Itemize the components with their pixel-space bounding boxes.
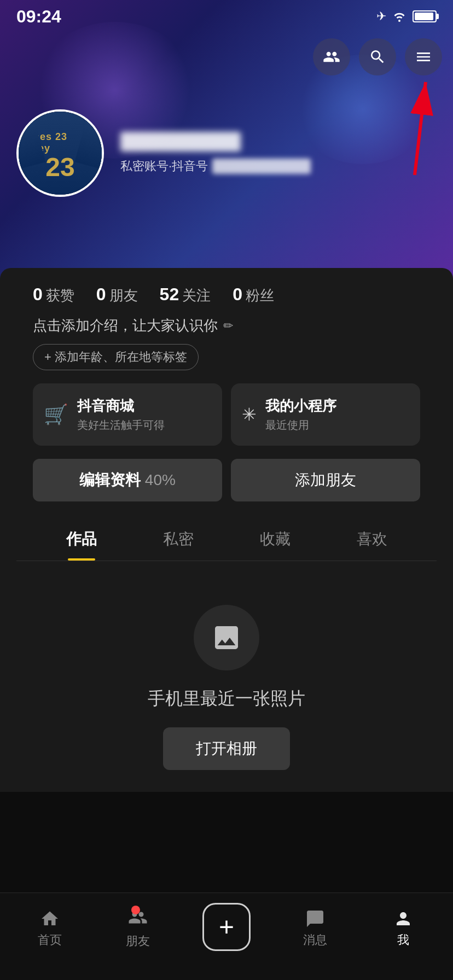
service-title-mall: 抖音商城 (77, 396, 165, 416)
menu-icon (415, 48, 432, 66)
search-button[interactable] (359, 38, 396, 75)
bottom-nav: 首页 朋友 + 消息 我 (0, 892, 453, 980)
friends-notification-dot (131, 906, 140, 914)
avatar[interactable]: James 23 jersey 23 (16, 109, 104, 197)
edit-profile-percent: 40% (141, 471, 176, 488)
service-subtitle-miniapp: 最近使用 (265, 418, 336, 433)
home-icon (40, 909, 60, 929)
search-icon (369, 48, 386, 66)
stat-friends[interactable]: 0 朋友 (96, 284, 138, 305)
tab-collections[interactable]: 收藏 (226, 518, 323, 561)
open-album-button[interactable]: 打开相册 (163, 727, 290, 770)
airplane-icon: ✈ (376, 9, 386, 24)
tab-private[interactable]: 私密 (130, 518, 226, 561)
stats-section: 0 获赞 0 朋友 52 关注 0 粉丝 点击添加介绍，让大家认识你 ✏ + 添… (0, 268, 453, 792)
service-subtitle-mall: 美好生活触手可得 (77, 418, 165, 433)
photo-icon (211, 622, 242, 653)
nav-me[interactable]: 我 (376, 909, 431, 948)
stat-following-number: 52 (160, 284, 179, 305)
status-icons: ✈ (376, 9, 437, 24)
stats-row: 0 获赞 0 朋友 52 关注 0 粉丝 (16, 284, 437, 305)
service-card-mall[interactable]: 🛒 抖音商城 美好生活触手可得 (33, 383, 222, 446)
stat-friends-label: 朋友 (109, 286, 138, 305)
nav-friends[interactable]: 朋友 (111, 908, 165, 949)
stat-following[interactable]: 52 关注 (160, 284, 211, 305)
nav-add[interactable]: + (199, 903, 254, 954)
friends-icon (323, 48, 340, 66)
tab-collections-label: 收藏 (260, 530, 291, 547)
status-bar: 09:24 ✈ (0, 0, 453, 33)
stat-likes-label: 获赞 (46, 286, 74, 305)
message-icon (305, 909, 325, 929)
profile-info: 私密账号·抖音号 (120, 132, 437, 174)
nav-home-label: 首页 (38, 932, 62, 948)
stat-followers[interactable]: 0 粉丝 (233, 284, 274, 305)
tab-works[interactable]: 作品 (33, 518, 130, 561)
empty-icon-circle (194, 605, 259, 670)
add-friend-button[interactable]: 添加朋友 (231, 459, 420, 501)
add-button[interactable]: + (202, 903, 251, 951)
nav-messages[interactable]: 消息 (288, 909, 342, 948)
service-info-mall: 抖音商城 美好生活触手可得 (77, 396, 165, 433)
tab-likes-label: 喜欢 (357, 530, 387, 547)
stat-followers-label: 粉丝 (246, 286, 274, 305)
edit-profile-button[interactable]: 编辑资料 40% (33, 459, 222, 501)
nav-me-label: 我 (397, 932, 409, 948)
bio-placeholder[interactable]: 点击添加介绍，让大家认识你 ✏ (33, 316, 420, 335)
wifi-icon (392, 11, 407, 22)
service-title-miniapp: 我的小程序 (265, 396, 336, 416)
nav-home[interactable]: 首页 (22, 909, 77, 948)
action-buttons: 编辑资料 40% 添加朋友 (16, 459, 437, 501)
edit-profile-label: 编辑资料 (79, 471, 141, 488)
empty-state: 手机里最近一张照片 打开相册 (16, 561, 437, 792)
nav-friends-label: 朋友 (126, 933, 150, 949)
service-info-miniapp: 我的小程序 最近使用 (265, 396, 336, 433)
jersey-image: James 23 jersey 23 (19, 112, 102, 195)
profile-section: James 23 jersey 23 私密账号·抖音号 (0, 109, 453, 197)
tab-works-label: 作品 (66, 530, 97, 547)
stat-likes[interactable]: 0 获赞 (33, 284, 74, 305)
add-friend-label: 添加朋友 (295, 471, 356, 488)
bio-section: 点击添加介绍，让大家认识你 ✏ + 添加年龄、所在地等标签 (16, 316, 437, 383)
stat-following-label: 关注 (182, 286, 211, 305)
profile-sub-text: 私密账号·抖音号 (120, 158, 208, 174)
service-card-miniapp[interactable]: ✳ 我的小程序 最近使用 (231, 383, 420, 446)
nav-messages-label: 消息 (303, 932, 327, 948)
avatar-image: James 23 jersey 23 (19, 112, 102, 195)
empty-title: 手机里最近一张照片 (148, 687, 305, 711)
top-actions (313, 38, 442, 75)
stat-followers-number: 0 (233, 284, 242, 305)
edit-icon: ✏ (223, 319, 233, 333)
menu-button[interactable] (405, 38, 442, 75)
profile-id-blurred (212, 159, 311, 174)
me-icon (393, 909, 413, 929)
tab-likes[interactable]: 喜欢 (323, 518, 420, 561)
cart-icon: 🛒 (44, 403, 68, 426)
service-cards: 🛒 抖音商城 美好生活触手可得 ✳ 我的小程序 最近使用 (16, 383, 437, 446)
tabs-container: 作品 私密 收藏 喜欢 (16, 518, 437, 561)
status-time: 09:24 (16, 7, 61, 27)
profile-name-blurred (120, 132, 241, 151)
tags-button[interactable]: + 添加年龄、所在地等标签 (33, 344, 199, 370)
friends-button[interactable] (313, 38, 350, 75)
profile-sub: 私密账号·抖音号 (120, 158, 437, 174)
stat-friends-number: 0 (96, 284, 106, 305)
asterisk-icon: ✳ (242, 404, 257, 425)
open-album-label: 打开相册 (196, 740, 257, 757)
tab-private-label: 私密 (163, 530, 194, 547)
battery-icon (413, 10, 437, 22)
stat-likes-number: 0 (33, 284, 43, 305)
jersey-number: 23 (45, 154, 74, 180)
plus-icon: + (219, 914, 234, 940)
